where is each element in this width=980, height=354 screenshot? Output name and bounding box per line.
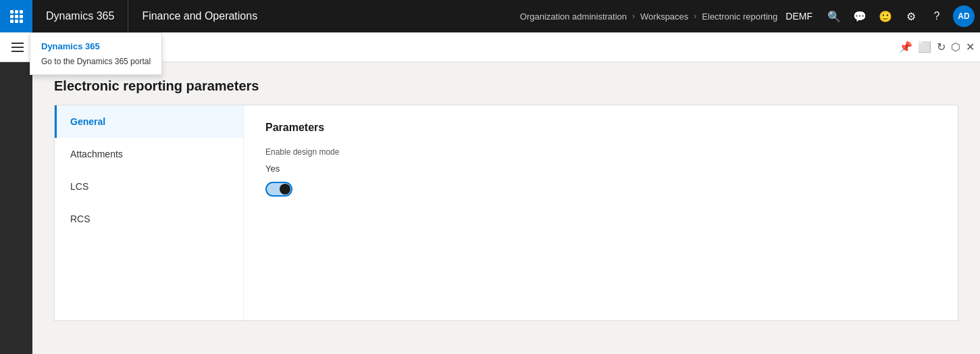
main-layout: Electronic reporting parameters General … (0, 62, 980, 354)
waffle-button[interactable] (0, 0, 32, 32)
content-area: Electronic reporting parameters General … (32, 62, 980, 354)
section-title: Parameters (265, 122, 936, 134)
settings-button[interactable]: ⚙ (899, 4, 923, 28)
breadcrumb-org[interactable]: Organization administration (520, 11, 627, 22)
dropdown-portal-link[interactable]: Go to the Dynamics 365 portal (30, 54, 161, 74)
nav-item-rcs[interactable]: RCS (55, 203, 243, 235)
waffle-icon (10, 10, 23, 23)
second-nav-bar: Dynamics 365 Go to the Dynamics 365 port… (0, 32, 980, 62)
refresh-icon[interactable]: ↻ (937, 41, 946, 53)
close-icon[interactable]: ✕ (966, 41, 975, 53)
nav-item-lcs[interactable]: LCS (55, 170, 243, 203)
office-icon[interactable]: ⬜ (918, 41, 931, 53)
design-mode-toggle[interactable] (265, 182, 292, 197)
design-mode-field: Enable design mode Yes (265, 147, 936, 197)
hamburger-button[interactable] (5, 35, 30, 59)
breadcrumb-workspaces[interactable]: Workspaces (640, 11, 688, 22)
breadcrumb-sep1: › (632, 11, 635, 21)
nav-item-attachments[interactable]: Attachments (55, 138, 243, 170)
toggle-track (265, 182, 292, 197)
search-nav-button[interactable]: 🔍 (822, 4, 846, 28)
design-mode-value: Yes (265, 163, 936, 174)
toggle-thumb (280, 184, 290, 195)
dropdown-dynamics-title[interactable]: Dynamics 365 (30, 33, 161, 54)
finance-ops-title: Finance and Operations (128, 0, 519, 32)
user-avatar[interactable]: AD (953, 5, 975, 27)
emoji-button[interactable]: 🙂 (873, 4, 898, 28)
pin-icon[interactable]: 📌 (899, 41, 912, 53)
design-mode-label: Enable design mode (265, 147, 936, 157)
nav-item-general[interactable]: General (55, 105, 243, 138)
top-nav-right: DEMF 🔍 💬 🙂 ⚙ ? AD (777, 4, 980, 28)
chat-button[interactable]: 💬 (848, 4, 872, 28)
dynamics365-dropdown: Dynamics 365 Go to the Dynamics 365 port… (30, 32, 162, 75)
top-nav-bar: Dynamics 365 Finance and Operations Orga… (0, 0, 980, 32)
params-panel: General Attachments LCS RCS Parameters E… (54, 105, 958, 321)
params-content: Parameters Enable design mode Yes (244, 105, 958, 320)
page-title: Electronic reporting parameters (54, 78, 958, 94)
hamburger-icon (11, 43, 24, 44)
help-button[interactable]: ? (925, 4, 949, 28)
left-sidebar (0, 62, 32, 354)
hamburger-icon (11, 51, 24, 52)
breadcrumb-electronic[interactable]: Electronic reporting (702, 11, 777, 22)
second-nav-right: 📌 ⬜ ↻ ⬡ ✕ (899, 41, 975, 53)
open-new-icon[interactable]: ⬡ (951, 41, 960, 53)
params-nav: General Attachments LCS RCS (55, 105, 244, 320)
hamburger-icon (11, 47, 24, 48)
company-selector[interactable]: DEMF (777, 11, 821, 22)
breadcrumb: Organization administration › Workspaces… (520, 11, 778, 22)
breadcrumb-sep2: › (694, 11, 696, 21)
dynamics365-link[interactable]: Dynamics 365 (32, 0, 128, 32)
